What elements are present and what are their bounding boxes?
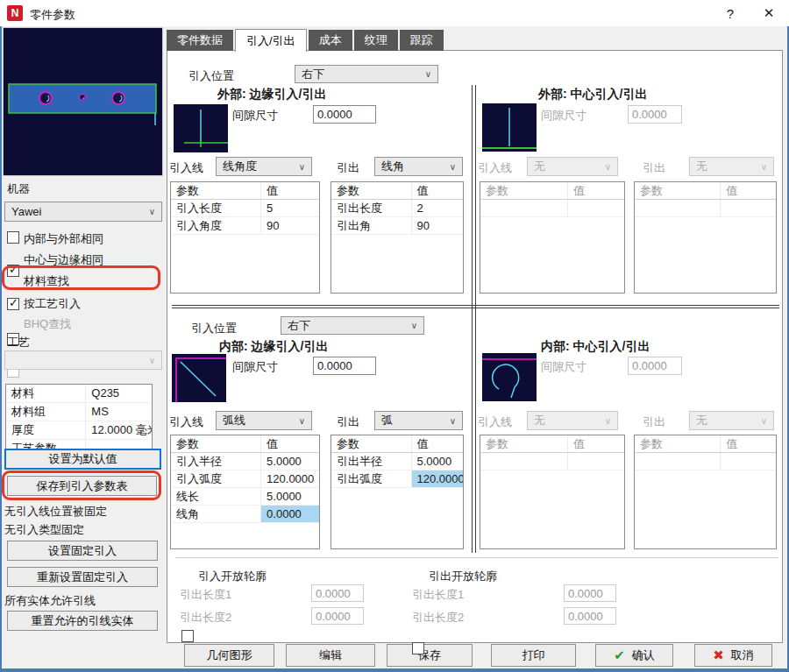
param-header: 参数 xyxy=(171,435,261,452)
lead-out-label: 引出 xyxy=(643,414,665,430)
lead-in-open-contour-checkbox[interactable] xyxy=(181,630,194,642)
table-row[interactable]: 引出长度2 xyxy=(331,200,463,217)
value-header: 值 xyxy=(721,182,776,199)
int-center-lead-in-table: 参数值 xyxy=(480,435,625,549)
int-edge-lead-out-select[interactable]: 弧 ∨ xyxy=(374,411,463,430)
close-button[interactable]: ✕ xyxy=(750,0,787,26)
same-center-edge-checkbox[interactable] xyxy=(7,265,19,277)
chevron-down-icon: ∨ xyxy=(299,416,305,426)
help-button[interactable]: ? xyxy=(712,0,749,26)
lead-out-length1-label: 引出长度1 xyxy=(180,587,231,603)
value-header: 值 xyxy=(261,435,319,452)
lead-out-length1-input xyxy=(311,584,364,602)
lead-out-length1-label: 引出长度1 xyxy=(412,587,464,603)
window-title: 零件参数 xyxy=(30,7,75,23)
geometry-button[interactable]: 几何图形 xyxy=(184,644,274,667)
print-button[interactable]: 打印 xyxy=(491,644,576,667)
table-row[interactable]: 线角0.0000 xyxy=(171,506,319,523)
value-header: 值 xyxy=(261,182,319,199)
table-row[interactable]: 引出角90 xyxy=(331,217,463,235)
process-select: ∨ xyxy=(4,350,162,370)
part-preview-drawing xyxy=(4,28,162,175)
ext-center-lead-out-value: 无 xyxy=(696,159,707,174)
int-edge-lead-out-value: 弧 xyxy=(381,413,393,428)
ext-edge-lead-out-select[interactable]: 线角 ∨ xyxy=(374,157,463,176)
window-border-left xyxy=(0,26,2,668)
table-row[interactable]: 引出半径5.0000 xyxy=(331,453,463,470)
ext-center-lead-out-select: 无 ∨ xyxy=(689,157,774,176)
tab-cost[interactable]: 成本 xyxy=(309,30,352,51)
int-edge-lead-in-table: 参数值 引入半径5.0000 引入弧度120.0000 线长5.0000 线角0… xyxy=(170,435,320,549)
column-splitter[interactable] xyxy=(472,85,476,553)
title-bar xyxy=(0,0,789,26)
gap-size-label: 间隙尺寸 xyxy=(541,359,586,375)
same-inner-outer-checkbox[interactable] xyxy=(7,231,19,244)
lead-out-label: 引出 xyxy=(337,414,359,430)
reset-fixed-lead-button[interactable]: 重新设置固定引入 xyxy=(7,567,158,587)
param-header: 参数 xyxy=(480,435,568,452)
lead-out-length2-label: 引出长度2 xyxy=(412,610,464,626)
lead-in-label: 引入线 xyxy=(478,160,512,176)
set-fixed-lead-button[interactable]: 设置固定引入 xyxy=(7,541,158,561)
lead-in-label: 引入线 xyxy=(169,414,203,430)
tab-bar: 零件数据 引入/引出 成本 纹理 跟踪 xyxy=(167,29,445,52)
lead-out-length2-input xyxy=(311,607,364,625)
int-center-lead-in-select: 无 ∨ xyxy=(527,411,618,430)
table-row[interactable]: 引入半径5.0000 xyxy=(171,453,319,470)
tab-texture[interactable]: 纹理 xyxy=(354,30,398,51)
table-row[interactable]: 引入弧度120.0000 xyxy=(171,470,319,488)
int-center-lead-out-value: 无 xyxy=(696,413,707,428)
gap-size-input xyxy=(628,105,682,124)
table-row[interactable]: 引入长度5 xyxy=(171,200,319,217)
process-label: 工艺 xyxy=(7,335,30,350)
int-center-lead-out-table: 参数值 xyxy=(634,435,777,549)
material-lookup-label: 材料查找 xyxy=(24,273,69,289)
save-to-lead-table-button[interactable]: 保存到引入参数表 xyxy=(7,476,157,496)
lead-position-select-bottom[interactable]: 右下 ∨ xyxy=(281,316,424,335)
reset-allowed-entities-button[interactable]: 重置允许的引线实体 xyxy=(7,611,158,631)
table-row[interactable]: 引出弧度120.0000 xyxy=(331,470,463,488)
gap-size-input[interactable] xyxy=(313,105,376,124)
int-center-lead-in-value: 无 xyxy=(534,413,545,428)
table-row[interactable]: 线长5.0000 xyxy=(171,488,319,506)
gap-size-input[interactable] xyxy=(313,357,376,375)
part-preview-canvas xyxy=(3,27,163,176)
edit-button[interactable]: 编辑 xyxy=(286,644,375,667)
gap-size-label: 间隙尺寸 xyxy=(541,108,586,124)
same-center-edge-label: 中心与边缘相同 xyxy=(24,252,103,268)
chevron-down-icon: ∨ xyxy=(149,356,155,365)
lead-out-length2-label: 引出长度2 xyxy=(180,610,231,626)
lead-out-open-contour-checkbox[interactable] xyxy=(412,642,424,654)
ext-center-lead-in-select: 无 ∨ xyxy=(527,157,618,176)
chevron-down-icon: ∨ xyxy=(761,162,767,172)
bhq-lookup-label: BHQ查找 xyxy=(24,316,71,332)
same-inner-outer-label: 内部与外部相同 xyxy=(24,231,103,247)
cancel-button[interactable]: ✖ 取消 xyxy=(694,644,772,667)
machine-select[interactable]: Yawei ∨ xyxy=(4,202,162,222)
chevron-down-icon: ∨ xyxy=(149,207,155,216)
table-row[interactable]: 引入角度90 xyxy=(171,217,319,235)
chevron-down-icon: ∨ xyxy=(605,416,611,426)
lead-position-value-top: 右下 xyxy=(302,67,324,82)
check-icon: ✔ xyxy=(614,647,625,663)
material-lookup-checkbox[interactable] xyxy=(7,298,19,310)
param-header: 参数 xyxy=(635,182,721,199)
ext-edge-lead-out-table: 参数值 引出长度2 引出角90 xyxy=(331,181,464,294)
tab-lead-in-out[interactable]: 引入/引出 xyxy=(235,29,307,52)
tab-tracking[interactable]: 跟踪 xyxy=(400,30,444,51)
int-edge-lead-in-value: 弧线 xyxy=(223,413,245,428)
lead-position-select-top[interactable]: 右下 ∨ xyxy=(295,65,438,83)
ext-edge-lead-in-table: 参数值 引入长度5 引入角度90 xyxy=(170,181,320,294)
chevron-down-icon: ∨ xyxy=(761,416,767,426)
save-button[interactable]: 保存 xyxy=(387,644,473,667)
confirm-button[interactable]: ✔ 确认 xyxy=(595,644,673,667)
ext-edge-lead-in-select[interactable]: 线角度 ∨ xyxy=(216,157,312,176)
tab-part-data[interactable]: 零件数据 xyxy=(167,30,233,51)
row-splitter[interactable] xyxy=(172,305,779,308)
set-default-button[interactable]: 设置为默认值 xyxy=(4,449,161,470)
int-edge-lead-in-select[interactable]: 弧线 ∨ xyxy=(216,411,312,430)
chevron-down-icon: ∨ xyxy=(299,162,305,172)
ext-center-title: 外部: 中心引入/引出 xyxy=(538,87,647,103)
material-row-value: Q235 xyxy=(86,385,152,402)
int-edge-title: 内部: 边缘引入/引出 xyxy=(219,339,328,355)
